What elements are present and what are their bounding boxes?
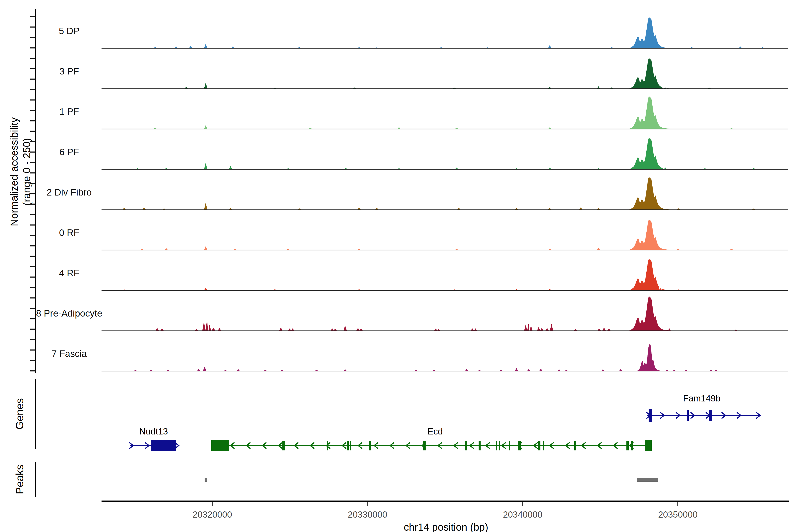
gene-exon-Ecd <box>509 441 510 451</box>
peaks-section-label: Peaks <box>14 464 26 494</box>
coverage-track-2 <box>101 96 788 129</box>
genes-section-label: Genes <box>14 398 26 430</box>
gene-exon-Ecd <box>347 441 349 451</box>
gene-label-ecd: Ecd <box>428 426 443 436</box>
gene-exon-Fam149b <box>649 409 652 422</box>
y-axis-label: Normalized accessibility (range 0 - 250) <box>8 117 33 226</box>
coverage-track-8 <box>101 344 788 371</box>
gene-exon-Ecd <box>645 440 652 451</box>
gene-exon-Fam149b <box>687 410 689 421</box>
gene-exon-Ecd <box>211 440 229 451</box>
coverage-track-3 <box>101 137 788 169</box>
gene-exon-Ecd <box>327 441 328 451</box>
x-tick-label-20350000: 20350000 <box>658 510 698 519</box>
track-label-8-pre-adipocyte: 8 Pre-Adipocyte <box>36 308 102 319</box>
peak-region-rect <box>205 478 207 482</box>
figure-canvas <box>0 0 798 532</box>
coverage-track-4 <box>101 176 788 210</box>
gene-exon-Ecd <box>423 441 425 451</box>
peak-region-rect <box>636 478 658 482</box>
gene-exon-Ecd <box>626 441 629 451</box>
gene-exon-Ecd <box>282 441 285 451</box>
gene-label-nudt13: Nudt13 <box>139 426 168 436</box>
gene-exon-Ecd <box>631 441 633 451</box>
gene-exon-Ecd <box>479 441 480 451</box>
gene-exon-Ecd <box>350 441 352 451</box>
x-tick-label-20330000: 20330000 <box>348 510 387 519</box>
gene-exon-Ecd <box>369 441 371 451</box>
y-axis-label-line1: Normalized accessibility <box>8 117 20 226</box>
x-axis-title: chr14 position (bp) <box>404 521 488 532</box>
coverage-track-6 <box>101 258 788 290</box>
coverage-track-1 <box>101 58 788 89</box>
track-label-1-pf: 1 PF <box>59 107 79 117</box>
gene-exon-Ecd <box>538 441 540 451</box>
y-axis-label-line2: (range 0 - 250) <box>20 117 33 226</box>
gene-exon-Ecd <box>499 441 500 451</box>
x-tick-label-20340000: 20340000 <box>503 510 543 519</box>
track-label-2-div-fibro: 2 Div Fibro <box>46 187 92 198</box>
gene-exon-Ecd <box>543 441 544 451</box>
coverage-track-0 <box>101 17 788 48</box>
gene-exon-Ecd <box>496 441 497 451</box>
track-label-0-rf: 0 RF <box>59 227 79 238</box>
x-tick-label-20320000: 20320000 <box>193 510 232 519</box>
gene-exon-Fam149b <box>709 410 712 421</box>
gene-label-fam149b: Fam149b <box>683 394 721 403</box>
gene-exon-Nudt13 <box>151 440 176 451</box>
coverage-track-7 <box>101 296 788 331</box>
track-label-7-fascia: 7 Fascia <box>52 348 87 359</box>
gene-exon-Ecd <box>464 441 467 451</box>
track-label-5-dp: 5 DP <box>59 26 79 36</box>
track-label-6-pf: 6 PF <box>59 147 79 157</box>
gene-exon-Ecd <box>574 441 576 451</box>
track-label-3-pf: 3 PF <box>59 66 79 77</box>
genome-browser-figure: { "figure": {"width_px": 3600, "height_p… <box>0 0 798 532</box>
gene-exon-Ecd <box>518 441 521 451</box>
track-label-4-rf: 4 RF <box>59 268 79 279</box>
coverage-track-5 <box>101 219 788 250</box>
